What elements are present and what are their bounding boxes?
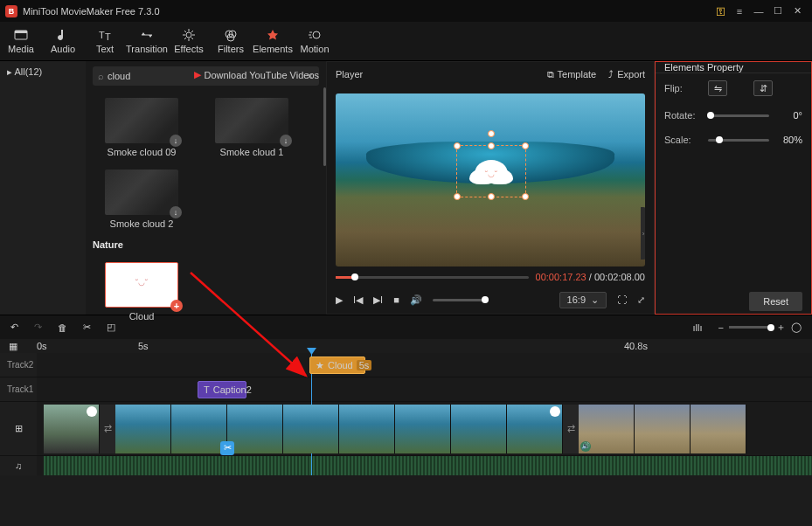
video-frame[interactable] [339,405,395,453]
player-title: Player [336,69,363,80]
next-frame-button[interactable]: ▶I [373,294,383,306]
preview-canvas[interactable]: ˘◡˘ › [336,93,645,266]
library-item-label: Smoke cloud 1 [220,147,284,157]
tab-effects[interactable]: Effects [168,22,210,60]
timeline-ruler[interactable]: ▦ 0s 5s 40.8s [0,339,812,353]
key-icon[interactable]: ⚿ [711,2,730,21]
rotate-slider[interactable] [708,114,769,117]
video-frame[interactable] [451,405,507,453]
main-toolbar: Media Audio TTText Transition Effects Fi… [0,22,812,61]
category-all[interactable]: ▸ All(12) [7,66,79,78]
svg-text:T: T [105,31,111,42]
menu-icon[interactable]: ≡ [730,2,749,21]
flip-horizontal-button[interactable]: ⇋ [708,80,727,96]
video-frame[interactable] [44,405,100,453]
video-track[interactable]: ⇄ ✂ ⇄ 🔊 [37,405,746,453]
aspect-ratio-select[interactable]: 16:9⌄ [559,292,607,308]
split-button[interactable]: ✂ [83,322,91,333]
video-frame[interactable] [507,405,563,453]
download-icon[interactable]: ↓ [170,206,182,218]
tab-motion[interactable]: Motion [294,22,336,60]
library-item[interactable]: ↓ Smoke cloud 09 [93,98,191,157]
audio-track-icon: ♫ [15,460,22,471]
video-frame[interactable] [115,405,171,453]
library-item-label: Cloud [129,311,155,322]
volume-slider[interactable] [433,299,485,301]
delete-button[interactable]: 🗑 [58,322,67,333]
video-frame[interactable] [691,405,746,453]
chevron-down-icon: ⌄ [591,294,599,306]
stop-button[interactable]: ■ [393,294,399,305]
zoom-out-icon[interactable]: − [718,322,724,333]
element-selection-box[interactable]: ˘◡˘ [456,145,526,197]
video-frame[interactable]: ✂ [227,405,283,453]
clip-cloud[interactable]: ★ Cloud 5s [309,356,365,374]
zoom-fit-icon[interactable]: ◯ [791,322,802,333]
swap-clip-icon[interactable]: ⇄ [100,405,115,453]
download-icon[interactable]: ↓ [170,135,182,147]
video-track-icon: ⊞ [15,423,23,434]
download-icon[interactable]: ↓ [280,135,292,147]
library-item-cloud[interactable]: ˘◡˘ + Cloud [93,262,191,322]
library-item-label: Smoke cloud 2 [110,218,174,229]
tab-transition[interactable]: Transition [126,22,168,60]
add-element-icon[interactable]: + [170,300,183,312]
fullscreen-button[interactable]: ⤢ [637,294,645,306]
section-nature-header: Nature [93,239,319,250]
minimize-button[interactable]: — [749,2,768,21]
undo-button[interactable]: ↶ [10,322,18,333]
player-panel: Player ⧉Template ⤴Export ˘◡˘ › [326,61,655,315]
rotate-label: Rotate: [664,110,701,121]
collapse-props-icon[interactable]: › [641,207,645,260]
titlebar: B MiniTool MovieMaker Free 7.3.0 ⚿ ≡ — ☐… [0,0,812,22]
volume-icon[interactable]: 🔊 [410,294,422,306]
library-item[interactable]: ↓ Smoke cloud 2 [93,170,191,229]
video-frame[interactable] [395,405,451,453]
clip-caption[interactable]: T Caption2 [198,381,246,398]
scale-slider[interactable] [708,139,769,142]
template-button[interactable]: ⧉Template [547,69,597,80]
crop-button[interactable]: ◰ [107,322,115,333]
youtube-icon: ▶ [194,69,201,80]
reset-button[interactable]: Reset [749,292,802,311]
flip-vertical-button[interactable]: ⇵ [753,80,773,96]
app-title: MiniTool MovieMaker Free 7.3.0 [23,6,160,17]
video-frame[interactable]: 🔊 [579,405,635,453]
audio-track[interactable] [44,456,812,475]
tab-media[interactable]: Media [0,22,42,60]
video-frame[interactable] [635,405,691,453]
tab-filters[interactable]: Filters [210,22,252,60]
scale-value: 80% [776,135,802,145]
svg-text:T: T [99,30,105,40]
export-button[interactable]: ⤴Export [608,69,645,80]
search-icon: ⌕ [98,71,104,81]
seek-bar[interactable] [336,276,529,279]
library-item[interactable]: ↓ Smoke cloud 1 [203,98,301,157]
snapshot-button[interactable]: ⛶ [617,294,627,305]
elements-library: ⌕ ✕ ▶ Download YouTube Videos ↓ Smoke cl… [86,61,326,315]
tab-audio[interactable]: Audio [42,22,84,60]
library-item-label: Smoke cloud 09 [108,147,177,157]
tab-elements[interactable]: Elements [252,22,294,60]
maximize-button[interactable]: ☐ [768,2,788,21]
timeline-zoom[interactable]: − ＋ ◯ [718,321,802,334]
redo-button[interactable]: ↷ [34,322,42,333]
tab-text[interactable]: TTText [84,22,126,60]
audio-sync-icon[interactable]: ıllı [693,322,703,333]
track2-label: Track2 [0,353,37,377]
prev-frame-button[interactable]: I◀ [353,294,363,306]
timecode: 00:00:17.23 / 00:02:08.00 [536,272,645,282]
download-youtube-link[interactable]: ▶ Download YouTube Videos [194,69,320,80]
play-button[interactable]: ▶ [336,294,343,306]
svg-rect-1 [15,31,27,33]
close-button[interactable]: ✕ [788,2,807,21]
swap-clip-icon[interactable]: ⇄ [563,405,579,453]
library-scrollbar[interactable] [323,87,326,166]
template-icon: ⧉ [547,69,554,80]
track1-label: Track1 [0,377,37,401]
scale-label: Scale: [664,135,701,145]
video-frame[interactable] [283,405,339,453]
timeline-tracks: Track2 Track1 ★ Cloud 5s T Caption2 ⊞ ⇄ … [0,353,812,475]
video-frame[interactable] [171,405,227,453]
zoom-in-icon[interactable]: ＋ [776,321,786,334]
